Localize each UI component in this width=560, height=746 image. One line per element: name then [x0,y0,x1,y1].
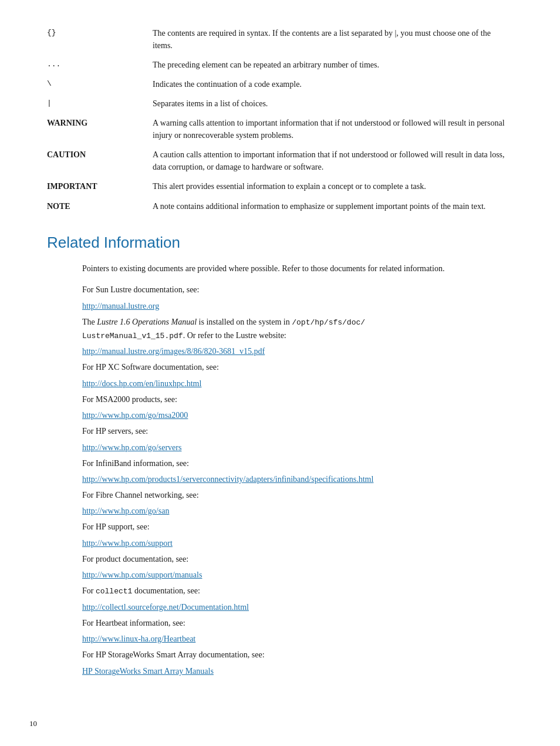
hp-servers-link[interactable]: http://www.hp.com/go/servers [82,443,513,453]
description-cell: Indicates the continuation of a code exa… [153,75,513,94]
product-docs-label: For product documentation, see: [82,553,513,566]
table-row: | Separates items in a list of choices. [47,94,513,113]
description-cell: Separates items in a list of choices. [153,94,513,113]
description-cell: A note contains additional information t… [153,197,513,217]
fibre-channel-label: For Fibre Channel networking, see: [82,489,513,502]
storageworks-label: For HP StorageWorks Smart Array document… [82,649,513,661]
infiniband-label: For InfiniBand information, see: [82,457,513,470]
notation-table: {} The contents are required in syntax. … [47,23,513,216]
symbol-cell: | [47,94,153,113]
description-cell: The preceding element can be repeated an… [153,55,513,75]
sun-lustre-link[interactable]: http://manual.lustre.org [82,302,513,311]
table-row: WARNING A warning calls attention to imp… [47,113,513,145]
storageworks-link[interactable]: HP StorageWorks Smart Array Manuals [82,667,513,676]
description-cell: A warning calls attention to important i… [153,113,513,145]
description-cell: The contents are required in syntax. If … [153,23,513,55]
symbol-cell: CAUTION [47,145,153,177]
msa2000-link[interactable]: http://www.hp.com/go/msa2000 [82,411,513,420]
collectl-link[interactable]: http://collectl.sourceforge.net/Document… [82,603,513,612]
lustre-manual-text: The Lustre 1.6 Operations Manual is inst… [82,316,513,343]
fibre-channel-link[interactable]: http://www.hp.com/go/san [82,507,513,516]
symbol-cell: IMPORTANT [47,177,153,197]
description-cell: This alert provides essential informatio… [153,177,513,197]
lustre-pdf-link[interactable]: http://manual.lustre.org/images/8/86/820… [82,347,513,356]
msa2000-label: For MSA2000 products, see: [82,393,513,406]
symbol-cell: ... [47,55,153,75]
related-information-heading: Related Information [47,234,513,252]
collectl-label: For collect1 documentation, see: [82,585,513,598]
table-row: CAUTION A caution calls attention to imp… [47,145,513,177]
hp-servers-label: For HP servers, see: [82,425,513,438]
heartbeat-label: For Heartbeat information, see: [82,617,513,630]
symbol-cell: WARNING [47,113,153,145]
table-row: NOTE A note contains additional informat… [47,197,513,217]
hp-xc-label: For HP XC Software documentation, see: [82,361,513,374]
hp-support-label: For HP support, see: [82,521,513,534]
table-row: \ Indicates the continuation of a code e… [47,75,513,94]
symbol-cell: NOTE [47,197,153,217]
page-number: 10 [29,719,37,728]
hp-support-link[interactable]: http://www.hp.com/support [82,539,513,548]
heartbeat-link[interactable]: http://www.linux-ha.org/Heartbeat [82,634,513,644]
hp-xc-link[interactable]: http://docs.hp.com/en/linuxhpc.html [82,379,513,389]
description-cell: A caution calls attention to important i… [153,145,513,177]
table-row: ... The preceding element can be repeate… [47,55,513,75]
intro-paragraph: Pointers to existing documents are provi… [82,262,513,275]
product-docs-link[interactable]: http://www.hp.com/support/manuals [82,571,513,580]
symbol-cell: {} [47,23,153,55]
symbol-cell: \ [47,75,153,94]
sun-lustre-label: For Sun Lustre documentation, see: [82,283,513,296]
infiniband-link[interactable]: http://www.hp.com/products1/serverconnec… [82,475,513,484]
table-row: {} The contents are required in syntax. … [47,23,513,55]
related-information-section: Pointers to existing documents are provi… [82,262,513,676]
table-row: IMPORTANT This alert provides essential … [47,177,513,197]
